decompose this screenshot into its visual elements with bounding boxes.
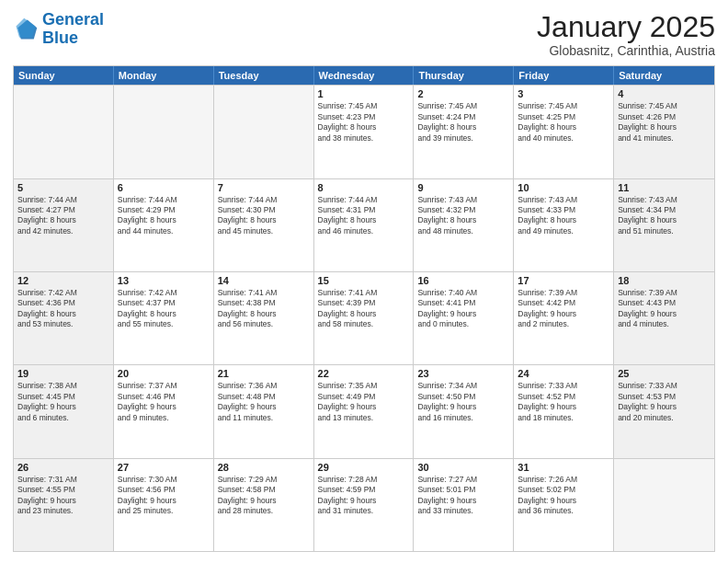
day-number: 20 [118,368,210,379]
day-number: 23 [417,368,509,379]
cal-cell-empty-0-0 [14,86,114,178]
cal-cell-13: 13Sunrise: 7:42 AM Sunset: 4:37 PM Dayli… [114,272,214,364]
cell-text: Sunrise: 7:38 AM Sunset: 4:45 PM Dayligh… [17,381,109,423]
day-number: 24 [518,368,609,379]
header-day-friday: Friday [514,66,614,85]
cal-cell-22: 22Sunrise: 7:35 AM Sunset: 4:49 PM Dayli… [314,365,415,457]
cal-cell-empty-0-1 [114,86,214,178]
day-number: 8 [318,182,410,193]
cell-text: Sunrise: 7:43 AM Sunset: 4:34 PM Dayligh… [618,195,711,237]
calendar-body: 1Sunrise: 7:45 AM Sunset: 4:23 PM Daylig… [14,85,714,551]
cal-cell-10: 10Sunrise: 7:43 AM Sunset: 4:33 PM Dayli… [514,179,614,271]
cal-cell-4: 4Sunrise: 7:45 AM Sunset: 4:26 PM Daylig… [614,86,714,178]
cal-row-3: 19Sunrise: 7:38 AM Sunset: 4:45 PM Dayli… [14,364,714,457]
cell-text: Sunrise: 7:42 AM Sunset: 4:37 PM Dayligh… [118,288,210,330]
cal-cell-23: 23Sunrise: 7:34 AM Sunset: 4:50 PM Dayli… [414,365,514,457]
cell-text: Sunrise: 7:45 AM Sunset: 4:24 PM Dayligh… [417,101,509,144]
logo: General Blue [13,11,104,48]
cell-text: Sunrise: 7:35 AM Sunset: 4:49 PM Dayligh… [318,381,410,423]
day-number: 4 [618,88,711,99]
day-number: 21 [218,368,310,379]
cal-cell-30: 30Sunrise: 7:27 AM Sunset: 5:01 PM Dayli… [414,459,514,551]
cal-cell-25: 25Sunrise: 7:33 AM Sunset: 4:53 PM Dayli… [614,365,714,457]
day-number: 30 [417,462,509,473]
cell-text: Sunrise: 7:44 AM Sunset: 4:31 PM Dayligh… [318,195,410,237]
day-number: 17 [518,275,609,286]
logo-general: General [42,10,104,29]
cell-text: Sunrise: 7:28 AM Sunset: 4:59 PM Dayligh… [318,475,410,517]
cell-text: Sunrise: 7:33 AM Sunset: 4:53 PM Dayligh… [618,381,711,423]
cal-cell-empty-4-6 [614,459,714,551]
day-number: 14 [218,275,310,286]
logo-text: General Blue [42,11,104,48]
cal-cell-6: 6Sunrise: 7:44 AM Sunset: 4:29 PM Daylig… [114,179,214,271]
day-number: 15 [318,275,410,286]
day-number: 27 [118,462,210,473]
cal-cell-15: 15Sunrise: 7:41 AM Sunset: 4:39 PM Dayli… [314,272,415,364]
cal-cell-28: 28Sunrise: 7:29 AM Sunset: 4:58 PM Dayli… [214,459,314,551]
day-number: 25 [618,368,711,379]
cell-text: Sunrise: 7:44 AM Sunset: 4:27 PM Dayligh… [17,195,109,237]
cal-cell-7: 7Sunrise: 7:44 AM Sunset: 4:30 PM Daylig… [214,179,314,271]
cal-cell-26: 26Sunrise: 7:31 AM Sunset: 4:55 PM Dayli… [14,459,114,551]
cal-cell-31: 31Sunrise: 7:26 AM Sunset: 5:02 PM Dayli… [514,459,614,551]
header-day-sunday: Sunday [14,66,114,85]
cal-cell-12: 12Sunrise: 7:42 AM Sunset: 4:36 PM Dayli… [14,272,114,364]
month-title: January 2025 [537,11,715,43]
day-number: 5 [17,182,109,193]
day-number: 29 [318,462,410,473]
day-number: 6 [118,182,210,193]
cal-cell-8: 8Sunrise: 7:44 AM Sunset: 4:31 PM Daylig… [314,179,415,271]
cal-cell-17: 17Sunrise: 7:39 AM Sunset: 4:42 PM Dayli… [514,272,614,364]
cell-text: Sunrise: 7:33 AM Sunset: 4:52 PM Dayligh… [518,381,609,423]
cal-cell-14: 14Sunrise: 7:41 AM Sunset: 4:38 PM Dayli… [214,272,314,364]
cell-text: Sunrise: 7:39 AM Sunset: 4:42 PM Dayligh… [518,288,609,330]
header-day-monday: Monday [114,66,214,85]
cell-text: Sunrise: 7:40 AM Sunset: 4:41 PM Dayligh… [417,288,509,330]
day-number: 12 [17,275,109,286]
cal-row-4: 26Sunrise: 7:31 AM Sunset: 4:55 PM Dayli… [14,458,714,551]
day-number: 13 [118,275,210,286]
cell-text: Sunrise: 7:45 AM Sunset: 4:25 PM Dayligh… [518,101,609,144]
cell-text: Sunrise: 7:43 AM Sunset: 4:33 PM Dayligh… [518,195,609,237]
cal-cell-3: 3Sunrise: 7:45 AM Sunset: 4:25 PM Daylig… [514,86,614,178]
cal-cell-2: 2Sunrise: 7:45 AM Sunset: 4:24 PM Daylig… [414,86,514,178]
cal-cell-9: 9Sunrise: 7:43 AM Sunset: 4:32 PM Daylig… [414,179,514,271]
cal-row-2: 12Sunrise: 7:42 AM Sunset: 4:36 PM Dayli… [14,271,714,364]
cell-text: Sunrise: 7:41 AM Sunset: 4:39 PM Dayligh… [318,288,410,330]
day-number: 26 [17,462,109,473]
cell-text: Sunrise: 7:36 AM Sunset: 4:48 PM Dayligh… [218,381,310,423]
day-number: 1 [318,88,410,99]
day-number: 18 [618,275,711,286]
title-block: January 2025 Globasnitz, Carinthia, Aust… [537,11,715,58]
cell-text: Sunrise: 7:34 AM Sunset: 4:50 PM Dayligh… [417,381,509,423]
cal-cell-21: 21Sunrise: 7:36 AM Sunset: 4:48 PM Dayli… [214,365,314,457]
cal-cell-5: 5Sunrise: 7:44 AM Sunset: 4:27 PM Daylig… [14,179,114,271]
header-day-wednesday: Wednesday [314,66,415,85]
cal-cell-29: 29Sunrise: 7:28 AM Sunset: 4:59 PM Dayli… [314,459,415,551]
page: General Blue January 2025 Globasnitz, Ca… [0,0,728,563]
day-number: 7 [218,182,310,193]
cell-text: Sunrise: 7:27 AM Sunset: 5:01 PM Dayligh… [417,475,509,517]
cal-cell-empty-0-2 [214,86,314,178]
svg-marker-1 [17,18,36,38]
header: General Blue January 2025 Globasnitz, Ca… [13,11,715,58]
cell-text: Sunrise: 7:44 AM Sunset: 4:30 PM Dayligh… [218,195,310,237]
logo-icon [13,17,39,42]
cal-cell-1: 1Sunrise: 7:45 AM Sunset: 4:23 PM Daylig… [314,86,415,178]
calendar-header: SundayMondayTuesdayWednesdayThursdayFrid… [14,66,714,85]
cell-text: Sunrise: 7:26 AM Sunset: 5:02 PM Dayligh… [518,475,609,517]
cell-text: Sunrise: 7:31 AM Sunset: 4:55 PM Dayligh… [17,475,109,517]
cal-cell-27: 27Sunrise: 7:30 AM Sunset: 4:56 PM Dayli… [114,459,214,551]
cell-text: Sunrise: 7:42 AM Sunset: 4:36 PM Dayligh… [17,288,109,330]
cal-cell-24: 24Sunrise: 7:33 AM Sunset: 4:52 PM Dayli… [514,365,614,457]
cell-text: Sunrise: 7:37 AM Sunset: 4:46 PM Dayligh… [118,381,210,423]
day-number: 22 [318,368,410,379]
day-number: 2 [417,88,509,99]
cal-cell-16: 16Sunrise: 7:40 AM Sunset: 4:41 PM Dayli… [414,272,514,364]
cell-text: Sunrise: 7:41 AM Sunset: 4:38 PM Dayligh… [218,288,310,330]
cal-row-1: 5Sunrise: 7:44 AM Sunset: 4:27 PM Daylig… [14,178,714,271]
cal-cell-18: 18Sunrise: 7:39 AM Sunset: 4:43 PM Dayli… [614,272,714,364]
location: Globasnitz, Carinthia, Austria [537,43,715,58]
header-day-tuesday: Tuesday [214,66,314,85]
